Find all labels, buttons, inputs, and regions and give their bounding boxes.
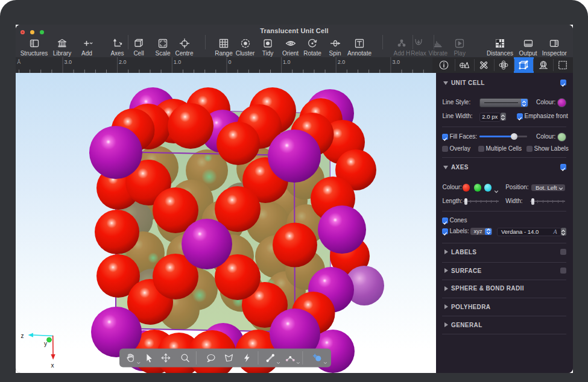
svg-text:1.0: 1.0	[174, 59, 182, 65]
svg-text:Å: Å	[17, 59, 21, 65]
svg-text:y: y	[44, 340, 47, 347]
svg-text:2.0: 2.0	[119, 59, 127, 65]
svg-text:2.0: 2.0	[338, 59, 346, 65]
svg-text:z: z	[21, 333, 24, 339]
svg-text:3.0: 3.0	[392, 59, 400, 65]
svg-text:x: x	[51, 362, 54, 369]
svg-text:0: 0	[229, 59, 232, 65]
svg-text:1.0: 1.0	[283, 59, 291, 65]
svg-text:3.0: 3.0	[65, 59, 72, 65]
